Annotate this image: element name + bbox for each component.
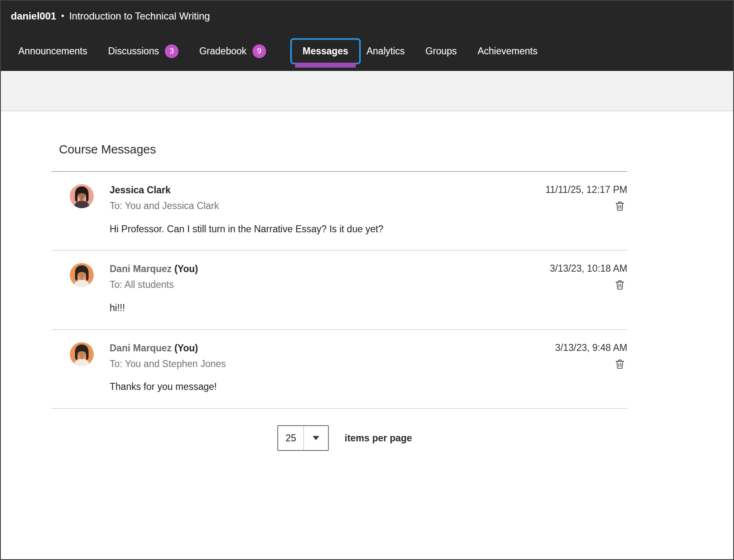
message-timestamp: 3/13/23, 9:48 AM [555,342,627,353]
top-bar: daniel001 • Introduction to Technical Wr… [1,1,733,31]
items-per-page-select[interactable]: 25 [277,425,329,451]
page-title: Course Messages [59,143,627,156]
message-recipients: To: You and Jessica Clark [110,200,627,212]
tab-discussions[interactable]: Discussions 3 [108,40,179,62]
course-page: daniel001 • Introduction to Technical Wr… [0,0,734,560]
items-per-page-value: 25 [278,426,304,450]
trash-icon [614,200,626,212]
delete-message-button[interactable] [613,199,627,213]
message-sender: Jessica Clark [110,185,171,195]
user-id: daniel001 [11,10,56,22]
trash-icon [614,279,626,291]
message-row[interactable]: Jessica Clark To: You and Jessica Clark … [51,172,627,251]
message-body: hi!!! [110,302,627,314]
tab-label: Achievements [477,46,537,57]
message-sender-line: Dani Marquez (You) [110,342,627,354]
active-tab-indicator [295,63,356,68]
message-sender: Dani Marquez [110,263,172,274]
tab-label: Discussions [108,46,159,57]
tab-label: Analytics [367,46,405,57]
sub-header-band [1,71,733,111]
tab-gradebook[interactable]: Gradebook 9 [199,40,266,62]
message-row[interactable]: Dani Marquez (You) To: All students hi!!… [51,251,627,329]
message-sender-you: (You) [174,343,198,353]
tab-groups[interactable]: Groups [426,41,457,61]
delete-message-button[interactable] [613,278,627,292]
message-timestamp: 3/13/23, 10:18 AM [550,263,627,274]
gradebook-count-badge: 9 [252,44,266,58]
avatar [70,184,94,208]
chevron-down-icon [304,426,328,450]
course-messages-panel: Course Messages Jessica Clark [1,143,733,451]
message-timestamp: 11/11/25, 12:17 PM [546,184,627,195]
title-separator: • [61,11,64,21]
message-sender: Dani Marquez [110,343,172,353]
message-row[interactable]: Dani Marquez (You) To: You and Stephen J… [51,330,627,409]
message-body: Hi Professor. Can I still turn in the Na… [110,223,627,236]
avatar [70,263,94,287]
discussions-count-badge: 3 [165,44,179,58]
pagination: 25 items per page [51,425,627,451]
message-recipients: To: You and Stephen Jones [110,358,627,370]
message-body: Thanks for you message! [110,381,627,393]
tab-messages[interactable]: Messages [290,38,361,64]
delete-message-button[interactable] [613,357,627,371]
tab-label: Groups [426,46,457,57]
tab-label: Announcements [18,46,87,57]
message-recipients: To: All students [110,279,627,291]
course-nav: Announcements Discussions 3 Gradebook 9 … [1,31,733,71]
tab-announcements[interactable]: Announcements [18,41,87,61]
tab-analytics[interactable]: Analytics [367,41,405,61]
tab-achievements[interactable]: Achievements [477,41,537,61]
trash-icon [614,358,626,370]
message-list: Jessica Clark To: You and Jessica Clark … [51,172,627,409]
tab-label: Gradebook [199,46,247,57]
avatar [70,342,94,366]
course-title: Introduction to Technical Writing [69,10,210,22]
items-per-page-label: items per page [345,433,412,444]
tab-label: Messages [303,46,348,57]
message-sender-you: (You) [174,263,198,274]
